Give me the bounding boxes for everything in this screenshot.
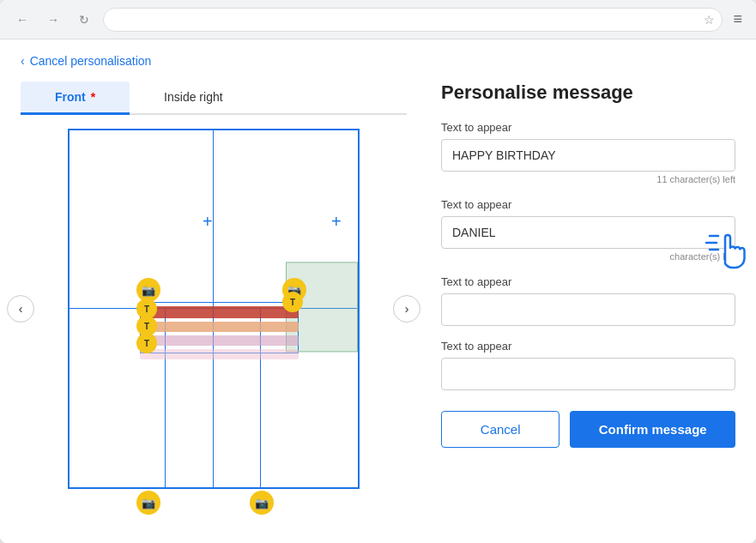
card-canvas-wrapper: ‹ 📷 📷 + + bbox=[21, 129, 407, 489]
required-indicator: * bbox=[88, 90, 95, 104]
band-2 bbox=[140, 322, 299, 332]
prev-card-button[interactable]: ‹ bbox=[7, 295, 34, 323]
back-button[interactable]: ← bbox=[10, 8, 34, 32]
page-content: ‹ Cancel personalisation Front * Inside … bbox=[0, 39, 756, 543]
next-card-button[interactable]: › bbox=[393, 295, 420, 323]
text-input-1[interactable] bbox=[441, 139, 735, 172]
card-canvas: 📷 📷 + + + + bbox=[68, 129, 360, 489]
action-buttons: Cancel Confirm message bbox=[441, 411, 735, 448]
left-panel: Front * Inside right ‹ bbox=[21, 81, 407, 489]
band-1 bbox=[140, 306, 299, 318]
forward-button[interactable]: → bbox=[41, 8, 65, 32]
cancel-button[interactable]: Cancel bbox=[441, 411, 559, 448]
char-count-1: 11 character(s) left bbox=[441, 174, 735, 184]
text-input-3[interactable] bbox=[441, 293, 735, 326]
plus-top-left[interactable]: + bbox=[203, 212, 213, 232]
right-panel: Personalise message Text to appear 11 ch… bbox=[441, 81, 735, 448]
field-label-2: Text to appear bbox=[441, 198, 735, 211]
field-label-3: Text to appear bbox=[441, 275, 735, 288]
field-group-2: Text to appear character(s) left bbox=[441, 198, 735, 262]
confirm-button[interactable]: Confirm message bbox=[570, 411, 735, 448]
cancel-personalisation-link[interactable]: ‹ Cancel personalisation bbox=[21, 54, 151, 68]
tab-front[interactable]: Front * bbox=[21, 81, 130, 115]
browser-chrome: ← → ↻ ☆ ≡ bbox=[0, 0, 756, 39]
cancel-link-text: Cancel personalisation bbox=[30, 54, 152, 68]
text-badge-3[interactable]: T bbox=[136, 333, 157, 353]
char-count-2: character(s) left bbox=[441, 251, 735, 262]
band-4 bbox=[140, 349, 299, 359]
star-icon[interactable]: ☆ bbox=[704, 13, 715, 27]
text-badge-top-right[interactable]: T bbox=[282, 292, 303, 312]
tab-inside-right[interactable]: Inside right bbox=[130, 81, 257, 115]
menu-icon[interactable]: ≡ bbox=[729, 7, 746, 32]
field-group-4: Text to appear bbox=[441, 340, 735, 390]
plus-top-right[interactable]: + bbox=[331, 212, 342, 232]
field-label-4: Text to appear bbox=[441, 340, 735, 353]
address-bar[interactable]: ☆ bbox=[103, 8, 723, 32]
field-group-3: Text to appear bbox=[441, 275, 735, 326]
refresh-button[interactable]: ↻ bbox=[72, 8, 96, 32]
field-label-1: Text to appear bbox=[441, 121, 735, 134]
text-input-4[interactable] bbox=[441, 358, 735, 390]
photo-badge-bottom-left[interactable]: 📷 bbox=[136, 491, 160, 515]
field-group-1: Text to appear 11 character(s) left bbox=[441, 121, 735, 184]
text-input-2[interactable] bbox=[441, 216, 735, 249]
text-bands bbox=[140, 306, 299, 363]
back-icon: ‹ bbox=[21, 54, 25, 68]
photo-badge-bottom-mid[interactable]: 📷 bbox=[250, 491, 274, 515]
browser-window: ← → ↻ ☆ ≡ ‹ Cancel personalisation Front… bbox=[0, 0, 756, 543]
band-3 bbox=[140, 335, 299, 346]
main-layout: Front * Inside right ‹ bbox=[21, 81, 735, 489]
tabs: Front * Inside right bbox=[21, 81, 407, 115]
panel-title: Personalise message bbox=[441, 81, 735, 104]
